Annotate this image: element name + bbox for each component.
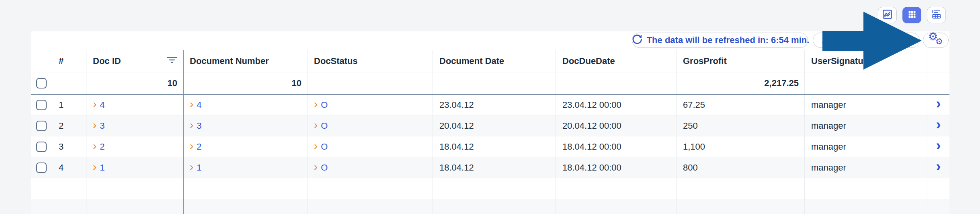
header-checkbox-cell	[31, 50, 52, 72]
empty-cell	[805, 199, 927, 214]
doc-status-link[interactable]: O	[321, 100, 328, 110]
col-header-doc-due-date[interactable]: DocDueDate	[556, 50, 677, 72]
doc-status-link[interactable]: O	[321, 163, 328, 173]
list-table-icon	[931, 9, 942, 21]
total-cell	[52, 72, 86, 95]
total-document-number: 10	[183, 72, 308, 95]
refresh-icon	[631, 33, 643, 47]
col-header-doc-status[interactable]: DocStatus	[308, 50, 433, 72]
drill-chevron-icon: ›	[93, 161, 96, 173]
cell-user-signature: manager	[805, 136, 927, 157]
row-nav-cell: ›	[927, 95, 949, 115]
cell-document-date: 20.04.12	[433, 115, 556, 136]
row-nav-cell: ›	[927, 136, 949, 157]
empty-cell	[86, 199, 183, 214]
col-header-document-number[interactable]: Document Number	[183, 50, 308, 72]
cell-doc-due-date: 23.04.12 00:00	[556, 95, 677, 115]
empty-cell	[805, 178, 927, 199]
document-number-link[interactable]: 3	[197, 121, 201, 131]
col-header-index[interactable]: #	[52, 50, 86, 72]
row-nav-chevron-icon[interactable]: ›	[936, 159, 941, 174]
doc-status-link[interactable]: O	[321, 121, 328, 131]
empty-cell	[308, 199, 433, 214]
doc-id-link[interactable]: 4	[100, 100, 105, 110]
cell-user-signature: manager	[805, 115, 927, 136]
total-cell	[805, 72, 927, 95]
total-doc-id: 10	[86, 72, 183, 95]
refresh-countdown-text: The data will be refreshed in: 6:54 min.	[647, 35, 810, 45]
toolbar-button-hidden-by-pointer[interactable]	[894, 33, 920, 48]
cell-doc-status: ›O	[308, 136, 433, 157]
empty-cell	[86, 178, 183, 199]
row-checkbox[interactable]	[36, 142, 47, 152]
settings-button[interactable]: ⚙ ⚙	[923, 33, 949, 48]
empty-cell	[677, 199, 805, 214]
row-checkbox[interactable]	[36, 121, 47, 131]
drill-chevron-icon: ›	[93, 99, 96, 110]
doc-status-link[interactable]: O	[321, 142, 328, 152]
doc-id-link[interactable]: 1	[100, 163, 105, 173]
total-cell	[556, 72, 677, 95]
col-header-doc-id[interactable]: Doc ID	[86, 50, 183, 72]
view-switcher	[878, 7, 946, 23]
document-number-link[interactable]: 4	[197, 100, 201, 110]
row-checkbox[interactable]	[36, 163, 47, 173]
chart-view-button[interactable]	[878, 7, 897, 23]
cell-doc-id: ›2	[86, 136, 183, 157]
row-nav-chevron-icon[interactable]: ›	[936, 138, 941, 153]
select-all-cell	[31, 72, 52, 95]
cell-document-date: 18.04.12	[433, 157, 556, 178]
cell-document-date: 18.04.12	[433, 136, 556, 157]
empty-cell	[927, 178, 949, 199]
cell-index: 4	[52, 157, 86, 178]
cell-doc-status: ›O	[308, 95, 433, 115]
row-select-cell	[31, 157, 52, 178]
chart-table-view-button[interactable]	[927, 7, 946, 23]
table-view-button[interactable]	[902, 7, 921, 23]
empty-cell	[556, 178, 677, 199]
row-checkbox[interactable]	[36, 100, 47, 110]
document-number-link[interactable]: 1	[197, 163, 201, 173]
table-panel: The data will be refreshed in: 6:54 min.	[31, 31, 949, 214]
col-header-document-date[interactable]: Document Date	[433, 50, 556, 72]
download-icon	[820, 33, 832, 47]
empty-cell	[433, 178, 556, 199]
header-underline	[31, 94, 949, 95]
doc-id-link[interactable]: 3	[100, 121, 105, 131]
row-nav-cell: ›	[927, 157, 949, 178]
cell-document-number: ›3	[183, 115, 308, 136]
table-toolbar: The data will be refreshed in: 6:54 min.	[31, 31, 949, 50]
col-header-user-signature[interactable]: UserSignature	[805, 50, 927, 72]
col-header-gros-profit[interactable]: GrosProfit	[677, 50, 805, 72]
empty-cell	[31, 178, 52, 199]
doc-id-link[interactable]: 2	[100, 142, 105, 152]
empty-cell	[52, 178, 86, 199]
refresh-countdown-button[interactable]: The data will be refreshed in: 6:54 min.	[632, 33, 808, 48]
drill-chevron-icon: ›	[314, 140, 318, 152]
cell-doc-due-date: 20.04.12 00:00	[556, 115, 677, 136]
empty-cell	[183, 199, 308, 214]
cell-gros-profit: 800	[677, 157, 805, 178]
row-nav-chevron-icon[interactable]: ›	[936, 97, 941, 111]
drill-chevron-icon: ›	[190, 99, 193, 110]
cell-index: 2	[52, 115, 86, 136]
empty-cell	[556, 199, 677, 214]
total-cell	[308, 72, 433, 95]
download-button[interactable]	[813, 33, 839, 48]
total-cell	[927, 72, 949, 95]
empty-cell	[308, 178, 433, 199]
row-nav-cell: ›	[927, 115, 949, 136]
settings-gears-icon: ⚙ ⚙	[927, 33, 945, 48]
cell-doc-due-date: 18.04.12 00:00	[556, 157, 677, 178]
cell-document-date: 23.04.12	[433, 95, 556, 115]
cell-gros-profit: 67.25	[677, 95, 805, 115]
select-all-checkbox[interactable]	[36, 78, 47, 88]
cell-doc-status: ›O	[308, 157, 433, 178]
document-number-link[interactable]: 2	[197, 142, 201, 152]
row-select-cell	[31, 136, 52, 157]
cell-document-number: ›4	[183, 95, 308, 115]
cell-gros-profit: 250	[677, 115, 805, 136]
row-nav-chevron-icon[interactable]: ›	[936, 117, 941, 132]
cell-doc-id: ›1	[86, 157, 183, 178]
data-table: # Doc ID Document Number DocStatus Docum…	[31, 50, 949, 214]
